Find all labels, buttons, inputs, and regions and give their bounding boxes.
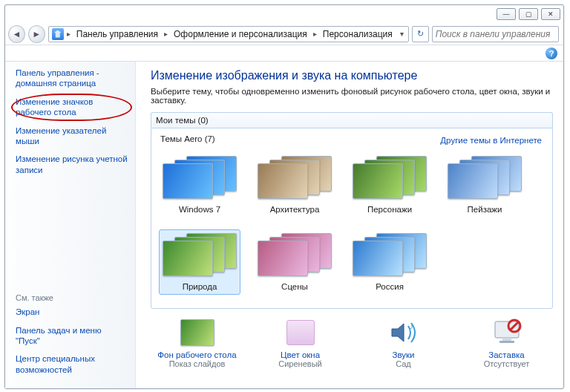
window-color-setting[interactable]: Цвет окна Сиреневый [258,318,342,368]
search-placeholder: Поиск в панели управления [436,29,551,39]
toolbar: ? [5,45,563,62]
desktop-background-icon [180,319,214,346]
theme-label: Природа [163,282,237,291]
theme-label: Персонажи [353,205,427,214]
refresh-button[interactable]: ↻ [412,26,429,42]
theme-thumbnail [258,156,332,202]
sidebar-link-mouse-pointers[interactable]: Изменение указателей мыши [16,125,128,147]
theme-thumbnail [353,233,427,279]
svg-rect-2 [502,338,511,341]
main-content: Изменение изображения и звука на компьют… [136,62,563,388]
theme-item[interactable]: Windows 7 [159,152,240,218]
theme-item[interactable]: Россия [349,229,430,295]
theme-thumbnail [163,233,237,279]
see-also-heading: См. также [16,293,128,302]
theme-item[interactable]: Архитектура [254,152,335,218]
help-icon[interactable]: ? [546,48,557,59]
sounds-setting[interactable]: ♪ Звуки Сад [361,318,445,368]
theme-thumbnail [258,233,332,279]
svg-text:♪: ♪ [410,322,413,330]
theme-item[interactable]: Сцены [254,229,335,295]
sidebar: Панель управления - домашняя страница Из… [5,62,136,388]
sidebar-link-desktop-icons[interactable]: Изменение значков рабочего стола [16,97,128,118]
chevron-down-icon[interactable]: ▾ [399,30,405,38]
sidebar-link-account-picture[interactable]: Изменение рисунка учетной записи [16,154,128,175]
sidebar-link-display[interactable]: Экран [16,307,128,317]
titlebar: — ▢ ✕ [5,5,563,23]
screensaver-setting[interactable]: Заставка Отсутствует [465,318,548,368]
page-title: Изменение изображения и звука на компьют… [151,69,553,82]
svg-rect-3 [499,341,514,343]
sidebar-link-ease-of-access[interactable]: Центр специальных возможностей [16,353,128,375]
window-color-icon [286,320,315,345]
theme-label: Россия [353,282,427,291]
desktop-background-setting[interactable]: Фон рабочего стола Показ слайдов [155,318,239,368]
theme-label: Windows 7 [163,205,237,214]
sounds-icon: ♪ [386,318,422,347]
breadcrumb-part[interactable]: Персонализация [320,27,396,41]
breadcrumb-part[interactable]: Панель управления [73,27,161,41]
theme-item[interactable]: Персонажи [349,152,430,218]
address-row: ◄ ► ▸ Панель управления ▸ Оформление и п… [5,23,563,45]
theme-item[interactable]: Пейзажи [444,152,525,218]
theme-label: Пейзажи [448,205,522,214]
window-frame: — ▢ ✕ ◄ ► ▸ Панель управления ▸ Оформлен… [4,4,564,389]
page-subtitle: Выберите тему, чтобы одновременно измени… [151,87,553,105]
setting-value: Сиреневый [258,359,342,368]
close-button[interactable]: ✕ [541,8,560,20]
setting-label: Звуки [361,350,445,359]
forward-button[interactable]: ► [28,25,45,43]
theme-label: Архитектура [258,205,332,214]
theme-item[interactable]: Природа [159,229,240,295]
chevron-right-icon: ▸ [312,30,318,38]
search-input[interactable]: Поиск в панели управления [432,26,559,42]
setting-value: Сад [361,359,445,368]
minimize-button[interactable]: — [497,8,516,20]
sidebar-link-taskbar[interactable]: Панель задач и меню "Пуск" [16,325,128,347]
settings-row: Фон рабочего стола Показ слайдов Цвет ок… [151,309,553,371]
more-themes-link[interactable]: Другие темы в Интернете [440,136,542,145]
theme-thumbnail [448,156,522,202]
theme-label: Сцены [258,282,332,291]
control-panel-icon [52,28,64,40]
breadcrumb[interactable]: ▸ Панель управления ▸ Оформление и персо… [48,26,409,42]
mythemes-heading: Мои темы (0) [151,112,553,128]
theme-thumbnail [353,156,427,202]
theme-thumbnail [163,156,237,202]
chevron-right-icon: ▸ [163,30,169,38]
setting-value: Отсутствует [465,359,548,368]
setting-label: Заставка [465,350,548,359]
setting-label: Цвет окна [258,350,342,359]
breadcrumb-part[interactable]: Оформление и персонализация [171,27,310,41]
themes-panel: Другие темы в Интернете Темы Aero (7) Wi… [151,128,553,309]
maximize-button[interactable]: ▢ [519,8,538,20]
theme-grid: Windows 7АрхитектураПерсонажиПейзажиПрир… [156,146,548,301]
back-button[interactable]: ◄ [8,25,25,43]
setting-value: Показ слайдов [155,359,239,368]
screensaver-icon [489,318,525,347]
chevron-right-icon: ▸ [65,30,72,38]
setting-label: Фон рабочего стола [155,350,239,359]
sidebar-link-home[interactable]: Панель управления - домашняя страница [16,68,128,89]
